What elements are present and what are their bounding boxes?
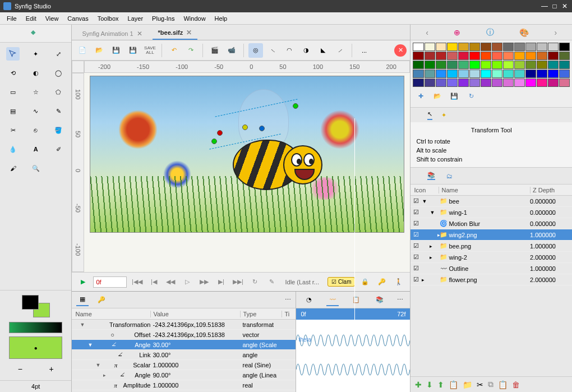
- mirror-tool[interactable]: ◐: [29, 66, 43, 80]
- circle-tool[interactable]: ◯: [52, 66, 65, 80]
- toolbox-tab[interactable]: ◆: [0, 25, 71, 43]
- palette-color[interactable]: [447, 61, 458, 69]
- palette-color[interactable]: [492, 70, 502, 78]
- layer-dup[interactable]: 📋: [449, 380, 458, 389]
- brush-icon[interactable]: ✎: [265, 275, 278, 289]
- palette-color[interactable]: [537, 61, 547, 69]
- palette-color[interactable]: [436, 79, 446, 87]
- menu-canvas[interactable]: Canvas: [63, 15, 93, 22]
- nav-info[interactable]: ⓘ: [486, 27, 494, 38]
- preview-button[interactable]: 📹: [224, 43, 239, 58]
- lock-icon[interactable]: 🔒: [358, 275, 372, 289]
- palette-color[interactable]: [492, 61, 502, 69]
- palette-color[interactable]: [413, 79, 423, 87]
- palette-color[interactable]: [525, 43, 536, 51]
- palette-load[interactable]: 📂: [432, 90, 443, 102]
- gradient-tool[interactable]: ▤: [6, 104, 20, 118]
- palette-color[interactable]: [481, 79, 491, 87]
- palette-color[interactable]: [548, 43, 559, 51]
- new-button[interactable]: 📄: [75, 43, 90, 58]
- palette-color[interactable]: [447, 70, 458, 78]
- menu-toolbox[interactable]: Toolbox: [93, 15, 123, 22]
- layer-copy[interactable]: ⧉: [488, 380, 493, 389]
- rect-tool[interactable]: ▭: [6, 85, 20, 99]
- palette-color[interactable]: [492, 52, 502, 60]
- palette-color[interactable]: [514, 70, 525, 78]
- param-row[interactable]: ○ Offset-243.241396px,109.51838vector: [72, 330, 296, 340]
- library-tab[interactable]: 📚: [373, 294, 386, 306]
- minimize-button[interactable]: —: [541, 2, 548, 10]
- palette-color[interactable]: [458, 61, 469, 69]
- nav-prev[interactable]: ‹: [426, 28, 428, 37]
- fill-mode[interactable]: ◣: [316, 43, 330, 58]
- rotate-tool[interactable]: ⟲: [6, 66, 20, 80]
- palette-color[interactable]: [514, 52, 525, 60]
- keyframe-tab[interactable]: 🔑: [95, 294, 108, 306]
- palette-color[interactable]: [413, 52, 423, 60]
- snap-button[interactable]: ⟍: [265, 43, 280, 58]
- palette-color[interactable]: [525, 70, 536, 78]
- fill-tool[interactable]: 🪣: [52, 123, 65, 137]
- clamp-toggle[interactable]: ☑ Clam: [327, 277, 355, 287]
- zoom-tool[interactable]: 🔍: [29, 162, 43, 175]
- nav-compass[interactable]: ⊕: [454, 28, 460, 37]
- gradient-swatch[interactable]: [9, 322, 62, 333]
- palette-color[interactable]: [425, 61, 435, 69]
- star-tool[interactable]: ☆: [29, 85, 43, 99]
- palette-color[interactable]: [525, 79, 536, 87]
- palette-color[interactable]: [436, 61, 446, 69]
- palette-color[interactable]: [481, 43, 491, 51]
- play-button[interactable]: ▷: [181, 275, 194, 289]
- transform-tool[interactable]: [6, 47, 20, 61]
- palette-color[interactable]: [525, 61, 536, 69]
- menu-layer[interactable]: Layer: [123, 15, 148, 22]
- panel-menu[interactable]: ⋯: [285, 296, 291, 303]
- animate-toggle[interactable]: 🚶: [392, 275, 405, 289]
- palette-color[interactable]: [425, 79, 435, 87]
- saveall-button[interactable]: SAVE ALL: [142, 43, 157, 58]
- redo-button[interactable]: ↷: [183, 43, 198, 58]
- palette-color[interactable]: [548, 61, 559, 69]
- smooth-move-tool[interactable]: ✦: [29, 47, 43, 61]
- curve-editor[interactable]: theta: [296, 320, 410, 392]
- palette-reset[interactable]: ↻: [465, 90, 477, 102]
- palette-color[interactable]: [559, 79, 570, 87]
- palette-color[interactable]: [548, 70, 559, 78]
- undo-button[interactable]: ↶: [167, 43, 181, 58]
- param-row[interactable]: ∠ Link30.00°angle: [72, 350, 296, 360]
- param-row[interactable]: ▼∠ Angle30.00°angle (Scale: [72, 340, 296, 350]
- menu-file[interactable]: File: [2, 15, 21, 22]
- palette-color[interactable]: [514, 79, 525, 87]
- palette-color[interactable]: [436, 43, 446, 51]
- text-tool[interactable]: A: [29, 142, 43, 156]
- seek-start[interactable]: |◀◀: [130, 275, 144, 289]
- palette-color[interactable]: [425, 43, 435, 51]
- menu-view[interactable]: View: [41, 15, 63, 22]
- line-mode[interactable]: ⟋: [333, 43, 347, 58]
- param-row[interactable]: ▼π Scalar1.000000real (Sine): [72, 360, 296, 370]
- eyedrop-tool[interactable]: 💧: [6, 142, 20, 156]
- layer-row[interactable]: ☑▸📁flower.png2.000000: [410, 274, 572, 285]
- palette-color[interactable]: [548, 79, 559, 87]
- palette-color[interactable]: [458, 43, 469, 51]
- time-ruler[interactable]: 0f 72f: [296, 308, 410, 320]
- curves-tab[interactable]: 〰: [326, 294, 339, 306]
- stroke-size[interactable]: 4pt: [0, 380, 71, 392]
- palette-color[interactable]: [537, 70, 547, 78]
- play-mode-icon[interactable]: ▶: [76, 275, 90, 289]
- zoom-menu[interactable]: ...: [357, 43, 371, 58]
- palette-color[interactable]: [537, 43, 547, 51]
- doc-tab[interactable]: *bee.sifz✕: [153, 26, 198, 40]
- close-canvas[interactable]: ✕: [394, 44, 407, 57]
- palette-color[interactable]: [469, 52, 480, 60]
- layer-row[interactable]: ☑〰Outline1.000000: [410, 263, 572, 274]
- palette-color[interactable]: [559, 52, 570, 60]
- params-tab[interactable]: ▦: [76, 294, 89, 306]
- seek-end[interactable]: ▶▶|: [231, 275, 245, 289]
- palette-color[interactable]: [469, 79, 480, 87]
- layer-up[interactable]: ⬆: [437, 380, 444, 389]
- scale-tool[interactable]: ⤢: [52, 47, 65, 61]
- seek-prevkey[interactable]: |◀: [147, 275, 160, 289]
- palette-color[interactable]: [458, 79, 469, 87]
- palette-color[interactable]: [559, 70, 570, 78]
